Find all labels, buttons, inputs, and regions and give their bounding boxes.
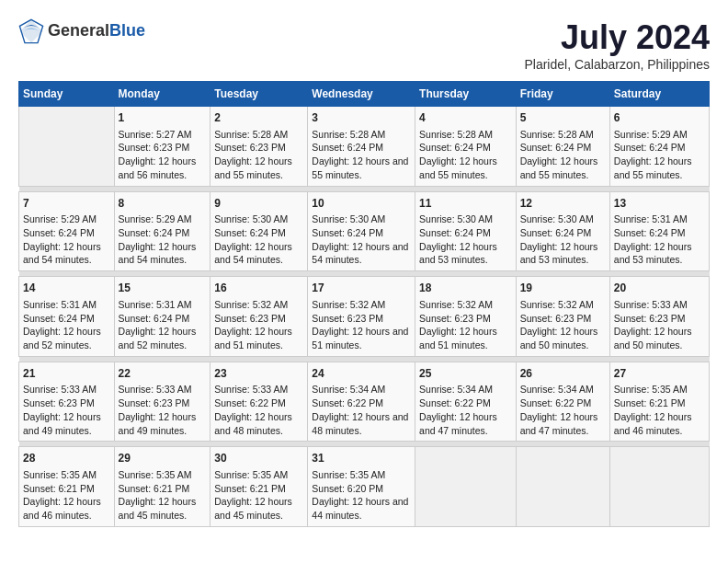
sunset-text: Sunset: 6:24 PM: [614, 142, 686, 153]
sunset-text: Sunset: 6:24 PM: [520, 227, 592, 238]
sunset-text: Sunset: 6:23 PM: [119, 142, 190, 153]
col-wednesday: Wednesday: [308, 82, 415, 107]
calendar-week-row: 21 Sunrise: 5:33 AM Sunset: 6:23 PM Dayl…: [19, 362, 710, 442]
calendar-cell: 12 Sunrise: 5:30 AM Sunset: 6:24 PM Dayl…: [516, 191, 609, 271]
sunrise-text: Sunrise: 5:34 AM: [419, 384, 493, 395]
sunset-text: Sunset: 6:21 PM: [214, 483, 286, 494]
calendar-cell: 26 Sunrise: 5:34 AM Sunset: 6:22 PM Dayl…: [516, 362, 609, 442]
sunset-text: Sunset: 6:21 PM: [614, 397, 686, 408]
daylight-text: Daylight: 12 hours and 55 minutes.: [214, 155, 292, 180]
calendar-cell: 7 Sunrise: 5:29 AM Sunset: 6:24 PM Dayli…: [19, 191, 115, 271]
daylight-text: Daylight: 12 hours and 45 minutes.: [119, 496, 197, 521]
sunset-text: Sunset: 6:24 PM: [419, 227, 491, 238]
calendar-cell: 28 Sunrise: 5:35 AM Sunset: 6:21 PM Dayl…: [19, 447, 115, 527]
day-number: 16: [214, 281, 303, 296]
calendar-cell: [19, 107, 115, 187]
calendar-week-row: 28 Sunrise: 5:35 AM Sunset: 6:21 PM Dayl…: [19, 447, 710, 527]
col-thursday: Thursday: [415, 82, 517, 107]
calendar-cell: 16 Sunrise: 5:32 AM Sunset: 6:23 PM Dayl…: [210, 277, 308, 357]
calendar-week-row: 7 Sunrise: 5:29 AM Sunset: 6:24 PM Dayli…: [19, 191, 710, 271]
sunset-text: Sunset: 6:24 PM: [419, 142, 491, 153]
calendar-cell: 31 Sunrise: 5:35 AM Sunset: 6:20 PM Dayl…: [308, 447, 415, 527]
calendar-cell: 22 Sunrise: 5:33 AM Sunset: 6:23 PM Dayl…: [114, 362, 210, 442]
daylight-text: Daylight: 12 hours and 47 minutes.: [419, 411, 497, 436]
calendar-cell: 10 Sunrise: 5:30 AM Sunset: 6:24 PM Dayl…: [308, 191, 415, 271]
day-number: 5: [520, 110, 606, 126]
calendar-cell: 23 Sunrise: 5:33 AM Sunset: 6:22 PM Dayl…: [210, 362, 308, 442]
daylight-text: Daylight: 12 hours and 51 minutes.: [214, 326, 292, 350]
day-number: 26: [520, 366, 606, 382]
day-number: 21: [23, 366, 110, 382]
sunset-text: Sunset: 6:21 PM: [119, 483, 190, 494]
calendar-cell: 20 Sunrise: 5:33 AM Sunset: 6:23 PM Dayl…: [609, 277, 709, 357]
sunrise-text: Sunrise: 5:28 AM: [520, 129, 594, 140]
sunrise-text: Sunrise: 5:35 AM: [23, 469, 97, 480]
calendar-cell: [609, 447, 709, 527]
sunset-text: Sunset: 6:23 PM: [312, 313, 383, 324]
calendar-cell: 5 Sunrise: 5:28 AM Sunset: 6:24 PM Dayli…: [516, 107, 609, 187]
daylight-text: Daylight: 12 hours and 55 minutes.: [419, 155, 497, 180]
col-monday: Monday: [114, 82, 210, 107]
calendar-cell: 18 Sunrise: 5:32 AM Sunset: 6:23 PM Dayl…: [415, 277, 517, 357]
daylight-text: Daylight: 12 hours and 49 minutes.: [119, 411, 197, 436]
sunrise-text: Sunrise: 5:29 AM: [614, 129, 688, 140]
daylight-text: Daylight: 12 hours and 45 minutes.: [214, 496, 292, 521]
daylight-text: Daylight: 12 hours and 53 minutes.: [520, 241, 598, 266]
calendar-cell: 9 Sunrise: 5:30 AM Sunset: 6:24 PM Dayli…: [210, 191, 308, 271]
sunrise-text: Sunrise: 5:33 AM: [23, 384, 97, 395]
daylight-text: Daylight: 12 hours and 52 minutes.: [23, 326, 101, 350]
col-saturday: Saturday: [609, 82, 709, 107]
sunset-text: Sunset: 6:24 PM: [614, 227, 686, 238]
daylight-text: Daylight: 12 hours and 53 minutes.: [614, 241, 692, 266]
sunset-text: Sunset: 6:24 PM: [23, 227, 95, 238]
page-container: General Blue July 2024 Plaridel, Calabar…: [18, 18, 710, 527]
day-number: 11: [419, 196, 512, 212]
logo-general: General: [48, 22, 109, 40]
daylight-text: Daylight: 12 hours and 55 minutes.: [520, 155, 598, 180]
sunset-text: Sunset: 6:24 PM: [520, 142, 592, 153]
sunrise-text: Sunrise: 5:31 AM: [614, 213, 688, 224]
daylight-text: Daylight: 12 hours and 55 minutes.: [312, 155, 408, 180]
sunrise-text: Sunrise: 5:30 AM: [419, 213, 493, 224]
calendar-cell: 27 Sunrise: 5:35 AM Sunset: 6:21 PM Dayl…: [609, 362, 709, 442]
calendar-cell: 15 Sunrise: 5:31 AM Sunset: 6:24 PM Dayl…: [114, 277, 210, 357]
sunrise-text: Sunrise: 5:35 AM: [214, 469, 288, 480]
sunset-text: Sunset: 6:22 PM: [419, 397, 491, 408]
calendar-cell: 3 Sunrise: 5:28 AM Sunset: 6:24 PM Dayli…: [308, 107, 415, 187]
daylight-text: Daylight: 12 hours and 48 minutes.: [312, 411, 408, 436]
sunset-text: Sunset: 6:24 PM: [214, 227, 286, 238]
calendar-table: Sunday Monday Tuesday Wednesday Thursday…: [18, 81, 710, 527]
daylight-text: Daylight: 12 hours and 54 minutes.: [119, 241, 197, 266]
sunrise-text: Sunrise: 5:29 AM: [23, 213, 97, 224]
sunset-text: Sunset: 6:22 PM: [520, 397, 592, 408]
calendar-cell: 30 Sunrise: 5:35 AM Sunset: 6:21 PM Dayl…: [210, 447, 308, 527]
title-area: July 2024 Plaridel, Calabarzon, Philippi…: [524, 18, 710, 72]
sunrise-text: Sunrise: 5:31 AM: [119, 299, 192, 310]
daylight-text: Daylight: 12 hours and 50 minutes.: [614, 326, 692, 350]
page-title: July 2024: [524, 18, 710, 57]
sunset-text: Sunset: 6:23 PM: [419, 313, 491, 324]
day-number: 19: [520, 281, 606, 296]
sunset-text: Sunset: 6:23 PM: [614, 313, 686, 324]
day-number: 29: [119, 451, 207, 466]
sunrise-text: Sunrise: 5:32 AM: [214, 299, 288, 310]
sunset-text: Sunset: 6:20 PM: [312, 483, 383, 494]
day-number: 18: [419, 281, 512, 296]
daylight-text: Daylight: 12 hours and 51 minutes.: [419, 326, 497, 350]
day-number: 8: [119, 196, 207, 212]
sunset-text: Sunset: 6:23 PM: [520, 313, 592, 324]
calendar-cell: 19 Sunrise: 5:32 AM Sunset: 6:23 PM Dayl…: [516, 277, 609, 357]
sunrise-text: Sunrise: 5:33 AM: [214, 384, 288, 395]
logo-text: General Blue: [48, 22, 145, 40]
sunrise-text: Sunrise: 5:32 AM: [312, 299, 385, 310]
calendar-cell: 11 Sunrise: 5:30 AM Sunset: 6:24 PM Dayl…: [415, 191, 517, 271]
sunset-text: Sunset: 6:22 PM: [214, 397, 286, 408]
day-number: 7: [23, 196, 110, 212]
sunrise-text: Sunrise: 5:27 AM: [119, 129, 192, 140]
calendar-cell: 17 Sunrise: 5:32 AM Sunset: 6:23 PM Dayl…: [308, 277, 415, 357]
daylight-text: Daylight: 12 hours and 54 minutes.: [312, 241, 408, 266]
calendar-cell: [415, 447, 517, 527]
day-number: 6: [614, 110, 705, 126]
sunset-text: Sunset: 6:23 PM: [214, 142, 286, 153]
sunrise-text: Sunrise: 5:33 AM: [119, 384, 192, 395]
